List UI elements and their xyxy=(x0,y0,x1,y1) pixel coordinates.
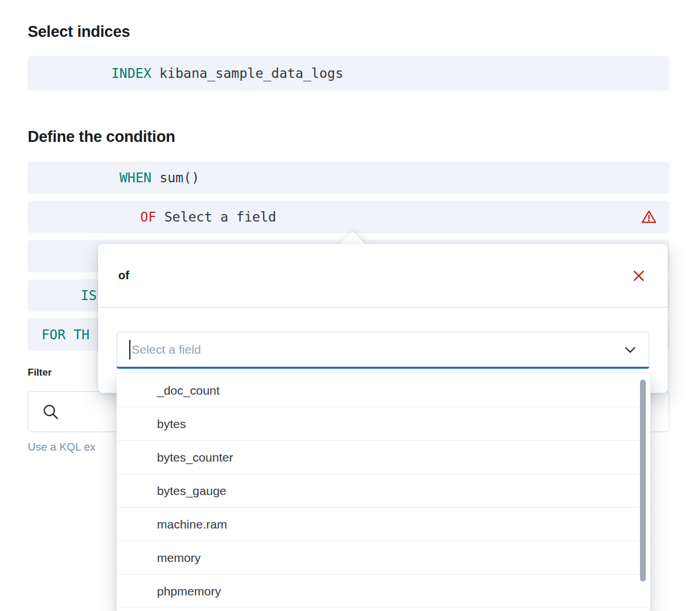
define-condition-heading: Define the condition xyxy=(28,128,175,146)
popover-title-row: of xyxy=(98,244,668,308)
filter-label: Filter xyxy=(28,367,52,378)
field-option[interactable]: machine.ram xyxy=(117,508,650,541)
search-icon xyxy=(42,403,59,421)
field-option[interactable]: bytes_gauge xyxy=(117,474,650,508)
of-expression[interactable]: OF Select a field xyxy=(28,201,669,233)
when-expression-keyword: WHEN xyxy=(119,170,151,185)
combobox-toggle-button[interactable] xyxy=(623,342,638,357)
for-the-last-expression-keyword: FOR TH xyxy=(42,327,89,342)
when-expression[interactable]: WHEN sum() xyxy=(28,162,669,194)
popover-title: of xyxy=(118,269,129,282)
field-options-dropdown: _doc_count bytes bytes_counter bytes_gau… xyxy=(117,374,650,611)
is-expression-keyword: IS xyxy=(81,288,97,303)
of-expression-keyword: OF xyxy=(140,209,156,224)
index-expression-value: kibana_sample_data_logs xyxy=(159,66,343,81)
field-option[interactable]: phpmemory xyxy=(117,575,650,608)
field-option[interactable]: memory xyxy=(117,541,650,575)
field-combobox-input[interactable] xyxy=(132,343,623,357)
text-caret xyxy=(129,340,130,359)
index-expression[interactable]: INDEX kibana_sample_data_logs xyxy=(28,56,669,91)
field-option[interactable]: bytes xyxy=(117,407,650,441)
field-option[interactable]: _doc_count xyxy=(117,374,650,407)
select-indices-heading: Select indices xyxy=(28,23,130,41)
index-expression-keyword: INDEX xyxy=(111,66,151,81)
chevron-down-icon xyxy=(623,342,638,357)
alert-condition-page: { "headings": { "select_indices": "Selec… xyxy=(0,0,700,611)
dropdown-scrollbar[interactable] xyxy=(640,380,646,582)
kql-helper-text: Use a KQL ex xyxy=(28,441,96,453)
of-expression-value: Select a field xyxy=(164,209,276,224)
popover-close-button[interactable] xyxy=(630,267,647,284)
field-option[interactable]: bytes_counter xyxy=(117,441,650,474)
close-icon xyxy=(632,269,645,282)
field-options-list: _doc_count bytes bytes_counter bytes_gau… xyxy=(117,374,650,608)
field-combobox[interactable] xyxy=(117,332,649,369)
of-field-popover: of xyxy=(98,244,668,393)
when-expression-value: sum() xyxy=(159,170,199,185)
warning-icon xyxy=(641,209,657,225)
